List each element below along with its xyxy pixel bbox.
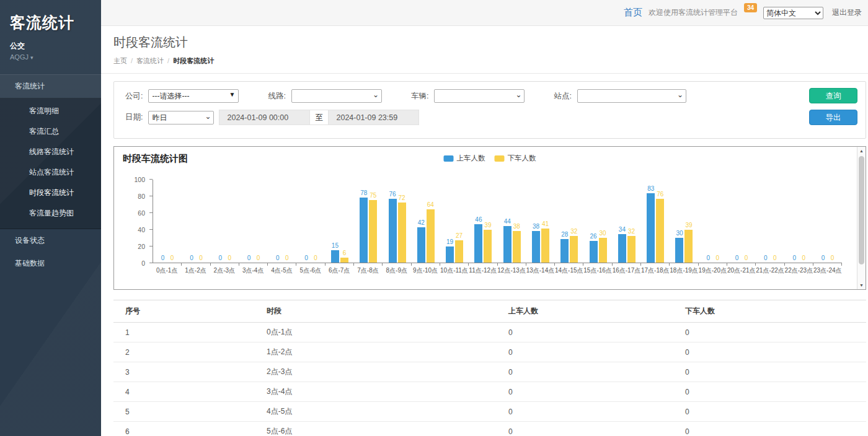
filter-row-1: 公司: ---请选择--- ▼ 线路: ⌄ 车辆: (125, 89, 797, 103)
scroll-up-icon[interactable]: ▲ (857, 149, 866, 153)
sidebar-item[interactable]: 线路客流统计 (0, 142, 101, 162)
company-select[interactable]: ---请选择--- (148, 89, 239, 103)
chart-bar[interactable]: 39 (684, 230, 693, 263)
scroll-down-icon[interactable]: ▼ (857, 283, 866, 287)
chart-bar[interactable]: 75 (369, 200, 377, 263)
x-axis-tick-label: 2点-3点 (210, 266, 239, 275)
company-label: 公司: (125, 91, 143, 102)
chevron-down-icon: ▾ (30, 54, 33, 61)
chart-bar[interactable]: 30 (675, 238, 683, 263)
table-cell: 6 (113, 422, 255, 436)
chart-bar[interactable]: 46 (474, 224, 482, 263)
x-axis-tick-label: 1点-2点 (181, 266, 210, 275)
breadcrumb-item[interactable]: 主页 (113, 57, 127, 64)
org-code-dropdown[interactable]: AQGJ ▾ (10, 53, 91, 61)
table-cell: 0点-1点 (255, 323, 497, 342)
breadcrumb-item[interactable]: 客流统计 (136, 57, 164, 64)
chart-bar[interactable]: 39 (484, 230, 492, 263)
table-row: 10点-1点00 (113, 323, 866, 342)
chart-bar[interactable]: 32 (627, 236, 636, 263)
chart-category: 7672 (383, 180, 411, 263)
bar-value-label: 27 (456, 232, 463, 239)
line-select[interactable] (291, 89, 382, 103)
table-row: 43点-4点00 (113, 382, 866, 402)
content: 公司: ---请选择--- ▼ 线路: ⌄ 车辆: (101, 74, 868, 436)
station-select[interactable] (577, 89, 686, 103)
chart-plot-area: 0000000000001567875767242641927463944383… (153, 180, 842, 263)
topbar: 首页 欢迎使用客流统计管理平台 34 简体中文 退出登录 (101, 0, 868, 26)
x-axis-tick-label: 8点-9点 (383, 266, 411, 275)
chart-bar[interactable]: 41 (541, 229, 549, 263)
x-axis-tick-label: 18点-19点 (670, 266, 698, 275)
chart-category: 00 (182, 180, 210, 263)
chart-bar[interactable]: 34 (618, 234, 626, 263)
sidebar-item[interactable]: 客流汇总 (0, 121, 101, 142)
search-button[interactable]: 查询 (809, 88, 857, 103)
bar-value-label: 0 (276, 255, 280, 261)
chart-bar[interactable]: 64 (427, 209, 435, 263)
chart-bar[interactable]: 19 (446, 246, 454, 263)
chart-bar[interactable]: 32 (570, 236, 578, 263)
x-axis-tick-label: 23点-24点 (813, 266, 842, 275)
station-label: 站点: (554, 91, 571, 102)
chart-bar[interactable]: 38 (532, 231, 540, 263)
date-to-input[interactable] (328, 110, 419, 125)
legend-swatch (495, 155, 505, 162)
sidebar-item[interactable]: 客流明细 (0, 101, 101, 121)
legend-item[interactable]: 上车人数 (444, 154, 485, 163)
table-cell: 0 (673, 402, 866, 422)
sidebar-section[interactable]: 基础数据 (0, 252, 101, 275)
chart-bar[interactable]: 72 (398, 203, 406, 263)
chart-bar[interactable]: 42 (417, 227, 425, 263)
welcome-text: 欢迎使用客流统计管理平台 (649, 7, 738, 18)
bar-value-label: 0 (199, 255, 203, 261)
chart-bar[interactable]: 83 (647, 193, 655, 263)
company-filter: 公司: ---请选择--- ▼ (125, 89, 239, 103)
language-select[interactable]: 简体中文 (763, 7, 823, 19)
chart-bar[interactable]: 78 (360, 198, 368, 263)
chart-legend: 上车人数下车人数 (444, 154, 536, 163)
chart-bar[interactable]: 76 (656, 199, 664, 263)
bar-value-label: 76 (389, 191, 396, 198)
export-button[interactable]: 导出 (809, 110, 857, 125)
sidebar-section[interactable]: 客流统计 (0, 74, 101, 98)
table-cell: 0 (673, 323, 866, 342)
chart-bar[interactable]: 44 (503, 226, 512, 263)
chart-bar[interactable]: 28 (560, 239, 569, 263)
chart-bar[interactable]: 27 (455, 240, 463, 263)
chart-bar[interactable]: 30 (599, 238, 607, 263)
bar-value-label: 0 (707, 255, 711, 261)
chart-bar[interactable]: 6 (340, 258, 348, 263)
table-cell: 3 (113, 362, 255, 382)
x-axis-tick-label: 12点-13点 (497, 266, 526, 275)
chart-bar[interactable]: 26 (590, 241, 598, 263)
table-cell: 0 (497, 342, 673, 362)
bar-value-label: 0 (218, 255, 222, 261)
table-header-cell: 时段 (255, 300, 497, 323)
chart-category: 00 (785, 180, 813, 263)
date-from-input[interactable] (219, 110, 310, 125)
x-axis-tick-label: 19点-20点 (698, 266, 727, 275)
date-preset-select[interactable]: 昨日 (148, 111, 214, 124)
sidebar-section[interactable]: 设备状态 (0, 229, 101, 252)
legend-item[interactable]: 下车人数 (495, 154, 536, 163)
logout-link[interactable]: 退出登录 (832, 7, 862, 18)
filter-row-2: 日期: 昨日 ⌄ 至 (125, 110, 797, 125)
x-axis-tick-label: 17点-18点 (641, 266, 670, 275)
sidebar-item[interactable]: 时段客流统计 (0, 183, 101, 203)
vehicle-select[interactable] (434, 89, 525, 103)
bar-value-label: 0 (314, 255, 317, 261)
chart-bar[interactable]: 38 (513, 231, 521, 263)
chart-panel: 时段车流统计图 上车人数下车人数 020406080100 0000000000… (113, 146, 866, 290)
bar-value-label: 0 (228, 255, 231, 261)
message-count-badge[interactable]: 34 (744, 3, 757, 12)
sidebar-item[interactable]: 客流量趋势图 (0, 203, 101, 224)
chart-y-axis: 020406080100 (114, 180, 153, 263)
chart-scrollbar[interactable]: ▲ ▼ (857, 147, 866, 289)
table-cell: 0 (497, 323, 673, 342)
scrollbar-thumb[interactable] (859, 156, 864, 264)
chart-bar[interactable]: 76 (389, 199, 397, 263)
chart-bar[interactable]: 15 (331, 250, 339, 263)
sidebar-item[interactable]: 站点客流统计 (0, 162, 101, 183)
home-link[interactable]: 首页 (624, 7, 642, 19)
